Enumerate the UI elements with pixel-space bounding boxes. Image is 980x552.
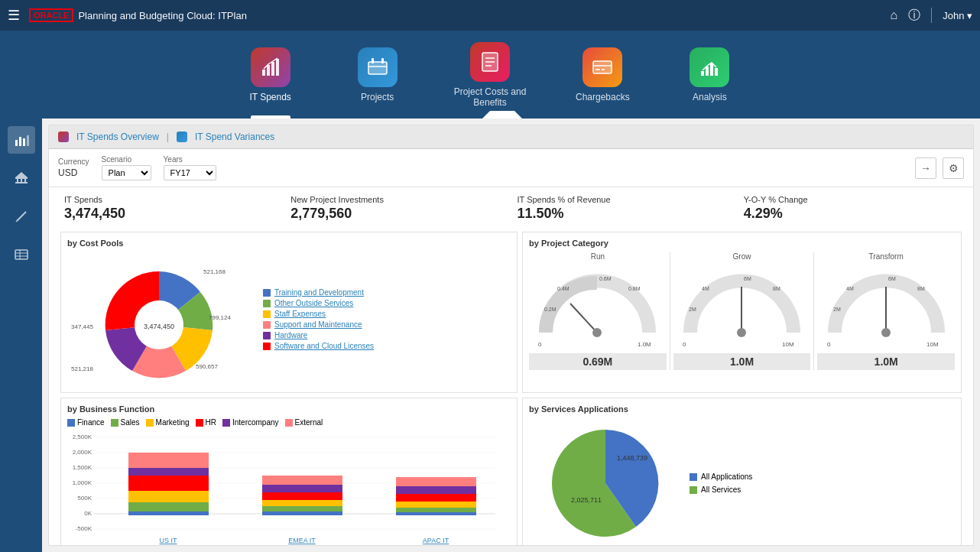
gauge-transform: Transform 0 2M 4M 6M 8M 10M bbox=[817, 252, 955, 370]
svg-text:1,500K: 1,500K bbox=[73, 464, 92, 471]
svg-text:590,657: 590,657 bbox=[196, 363, 218, 370]
legend-intercompany-label[interactable]: Intercompany bbox=[232, 418, 279, 427]
legend-training-label: Training and Development bbox=[274, 288, 364, 297]
legend-staff[interactable]: Staff Expenses bbox=[263, 310, 374, 318]
menu-icon[interactable]: ☰ bbox=[8, 7, 20, 24]
tab-analysis[interactable]: Analysis bbox=[679, 47, 740, 102]
business-function-chart: 2,500K 2,000K 1,500K 1,000K 500K 0K -500… bbox=[67, 430, 511, 546]
legend-hr[interactable]: HR bbox=[196, 418, 216, 427]
top-bar: ☰ ORACLE Planning and Budgeting Cloud: I… bbox=[0, 0, 980, 31]
legend-marketing[interactable]: Marketing bbox=[146, 418, 190, 427]
svg-rect-27 bbox=[15, 177, 28, 179]
gear-button[interactable]: ⚙ bbox=[943, 157, 964, 179]
sidebar bbox=[0, 119, 42, 552]
svg-point-65 bbox=[881, 328, 891, 337]
legend-finance-dot bbox=[67, 419, 75, 427]
tab-chargebacks[interactable]: Chargebacks bbox=[572, 47, 633, 102]
scenario-label: Scenario bbox=[102, 155, 151, 164]
svg-rect-17 bbox=[595, 69, 600, 70]
gauge-sep-1 bbox=[670, 252, 670, 370]
legend-intercompany[interactable]: Intercompany bbox=[222, 418, 279, 427]
legend-marketing-label[interactable]: Marketing bbox=[156, 418, 190, 427]
legend-outside-label: Other Outside Services bbox=[274, 299, 353, 307]
svg-rect-95 bbox=[262, 500, 342, 506]
gauge-transform-title: Transform bbox=[869, 252, 904, 261]
svg-text:521,218: 521,218 bbox=[71, 365, 93, 372]
services-chart: 2,025,711 1,448,739 All Applications All… bbox=[529, 418, 955, 546]
svg-line-33 bbox=[17, 213, 24, 221]
svg-rect-91 bbox=[128, 511, 209, 515]
svg-text:6M: 6M bbox=[888, 276, 896, 281]
legend-sales-label[interactable]: Sales bbox=[121, 418, 140, 427]
legend-finance[interactable]: Finance bbox=[67, 418, 105, 427]
years-select[interactable]: FY17 bbox=[164, 165, 216, 180]
kpi-investments: New Project Investments 2,779,560 bbox=[284, 195, 511, 222]
legend-external-label[interactable]: External bbox=[295, 418, 323, 427]
legend-external[interactable]: External bbox=[285, 418, 323, 427]
legend-support[interactable]: Support and Maintenance bbox=[263, 320, 374, 329]
legend-sales[interactable]: Sales bbox=[111, 418, 140, 427]
sidebar-bank-icon[interactable] bbox=[8, 164, 35, 192]
svg-rect-93 bbox=[262, 485, 342, 492]
legend-allservices-label: All Services bbox=[701, 485, 741, 494]
tab-projects[interactable]: Projects bbox=[347, 47, 408, 102]
legend-hr-label[interactable]: HR bbox=[206, 418, 216, 427]
help-icon[interactable]: ⓘ bbox=[908, 8, 920, 24]
svg-line-34 bbox=[24, 212, 26, 213]
svg-text:2,000K: 2,000K bbox=[73, 449, 92, 456]
kpi-itspends: IT Spends 3,474,450 bbox=[58, 195, 284, 222]
services-applications-panel: by Services Applications 2,025,711 bbox=[522, 398, 962, 546]
dashboard: IT Spends 3,474,450 New Project Investme… bbox=[49, 187, 973, 538]
svg-rect-25 bbox=[23, 138, 25, 146]
svg-rect-2 bbox=[271, 62, 274, 76]
legend-finance-label[interactable]: Finance bbox=[77, 418, 105, 427]
svg-rect-92 bbox=[262, 476, 342, 485]
projectcosts-icon bbox=[470, 42, 510, 82]
tab-itspends[interactable]: IT Spends bbox=[240, 47, 301, 102]
overview-tab-link[interactable]: IT Spends Overview bbox=[76, 132, 159, 142]
kpi-investments-label: New Project Investments bbox=[290, 195, 505, 204]
project-category-panel: by Project Category Run bbox=[522, 232, 962, 393]
svg-line-48 bbox=[570, 304, 597, 333]
legend-hardware[interactable]: Hardware bbox=[263, 331, 374, 339]
chargebacks-label: Chargebacks bbox=[576, 92, 630, 102]
legend-all-apps[interactable]: All Applications bbox=[690, 472, 752, 481]
svg-text:799,124: 799,124 bbox=[209, 314, 231, 321]
svg-line-35 bbox=[16, 221, 17, 222]
tab-projectcosts[interactable]: Project Costs andBenefits bbox=[454, 42, 527, 108]
project-category-title: by Project Category bbox=[529, 239, 955, 248]
kpi-revenue-value: 11.50% bbox=[518, 206, 732, 222]
currency-label: Currency bbox=[58, 157, 89, 166]
business-function-legend: Finance Sales Marketing HR bbox=[67, 418, 511, 427]
business-function-panel: by Business Function Finance Sales bbox=[60, 398, 518, 546]
legend-allservices-dot bbox=[690, 486, 697, 494]
kpi-revenue: IT Spends % of Revenue 11.50% bbox=[511, 195, 738, 222]
svg-rect-98 bbox=[396, 477, 476, 486]
scenario-select[interactable]: Plan bbox=[102, 165, 151, 180]
services-legend: All Applications All Services bbox=[690, 472, 752, 494]
legend-hr-dot bbox=[196, 419, 203, 427]
sidebar-charts-icon[interactable] bbox=[8, 126, 35, 154]
svg-text:1,448,739: 1,448,739 bbox=[617, 454, 647, 462]
gauge-grow-svg: 0 2M 4M 6M 8M 10M bbox=[675, 264, 809, 352]
svg-rect-88 bbox=[128, 476, 209, 491]
svg-rect-24 bbox=[19, 137, 21, 146]
svg-rect-26 bbox=[27, 135, 29, 146]
legend-outside[interactable]: Other Outside Services bbox=[263, 299, 374, 307]
variances-tab-link[interactable]: IT Spend Variances bbox=[195, 132, 274, 142]
arrow-button[interactable]: → bbox=[915, 157, 936, 179]
legend-all-services[interactable]: All Services bbox=[690, 485, 752, 494]
kpi-yoy: Y-O-Y % Change 4.29% bbox=[738, 195, 964, 222]
years-group: Years FY17 bbox=[164, 155, 216, 180]
user-menu[interactable]: John ▾ bbox=[943, 10, 972, 21]
business-function-title: by Business Function bbox=[67, 404, 511, 414]
svg-rect-1 bbox=[267, 65, 270, 76]
legend-software[interactable]: Software and Cloud Licenses bbox=[263, 342, 374, 350]
svg-text:0K: 0K bbox=[84, 510, 92, 517]
home-icon[interactable]: ⌂ bbox=[891, 8, 898, 22]
controls-right: → ⚙ bbox=[915, 157, 964, 179]
svg-rect-22 bbox=[715, 68, 718, 76]
sidebar-pencil-icon[interactable] bbox=[8, 203, 35, 230]
sidebar-table-icon[interactable] bbox=[8, 241, 35, 268]
legend-training[interactable]: Training and Development bbox=[263, 288, 374, 297]
